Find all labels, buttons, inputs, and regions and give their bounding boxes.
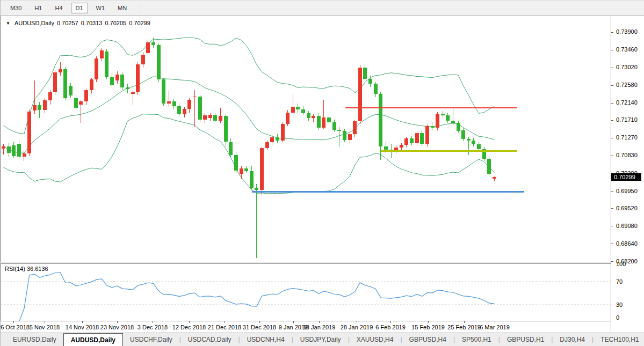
candle-body xyxy=(322,117,325,128)
date-axis-label: 5 Nov 2018 xyxy=(30,324,60,330)
date-tick xyxy=(13,321,14,323)
candle-body xyxy=(43,100,47,110)
price-axis[interactable]: 0.739000.734600.730200.725800.721400.717… xyxy=(611,16,644,332)
candle-body xyxy=(172,101,176,106)
candle-body xyxy=(79,101,83,105)
candle-body xyxy=(493,177,496,179)
candle-body xyxy=(27,112,31,153)
candle-body xyxy=(17,144,21,157)
candle-body xyxy=(229,142,233,155)
price-tick xyxy=(611,32,613,33)
rsi-axis-label: 100 xyxy=(616,261,626,267)
tab-usdjpy-daily[interactable]: USDJPY,Daily xyxy=(293,333,348,346)
timeframe-button-MN[interactable]: MN xyxy=(113,3,132,13)
candle-body xyxy=(348,134,352,140)
candle-body xyxy=(255,188,258,190)
date-tick xyxy=(117,321,118,323)
rsi-indicator-label: RSI(14) 36.6136 xyxy=(5,266,48,272)
candle-body xyxy=(296,107,300,109)
price-tick xyxy=(611,85,613,86)
candle-body xyxy=(208,115,212,118)
candle-body xyxy=(301,109,305,113)
date-tick xyxy=(464,321,465,323)
date-tick xyxy=(153,321,153,323)
candle-body xyxy=(317,116,321,128)
candle-body xyxy=(358,68,362,122)
collapse-indicator-icon[interactable]: ▼ xyxy=(6,21,10,26)
date-tick xyxy=(259,321,260,323)
tab-xauusd-h4[interactable]: XAUUSD,H4 xyxy=(350,333,401,346)
price-tick xyxy=(611,103,613,104)
tab-sp500-h1[interactable]: SP500,H1 xyxy=(455,333,498,346)
candle-body xyxy=(240,168,243,174)
date-tick xyxy=(293,321,294,323)
timeframe-button-D1[interactable]: D1 xyxy=(71,3,88,13)
price-tick xyxy=(611,208,613,209)
rsi-axis-label: 30 xyxy=(616,301,623,308)
price-axis-label: 0.70830 xyxy=(616,152,638,158)
candle-body xyxy=(337,130,341,131)
candle-body xyxy=(441,114,445,115)
chart-symbol-label: AUDUSD,Daily xyxy=(15,20,54,26)
date-tick xyxy=(45,321,45,323)
price-axis-label: 0.69080 xyxy=(616,223,638,229)
timeframe-button-H4[interactable]: H4 xyxy=(50,3,67,13)
price-tick xyxy=(611,120,613,121)
candle-body xyxy=(157,45,161,79)
price-tick xyxy=(611,244,613,244)
date-axis-label: 23 Nov 2018 xyxy=(100,324,134,330)
chart-frame: ▼ AUDUSD,Daily 0.70257 0.70313 0.70205 0… xyxy=(1,16,644,332)
tab-usdcad-daily[interactable]: USDCAD,Daily xyxy=(181,333,238,346)
tab-gbpusd-h4[interactable]: GBPUSD,H4 xyxy=(402,333,453,346)
candle-body xyxy=(193,97,197,98)
timeframe-button-H1[interactable]: H1 xyxy=(30,3,47,13)
tab-dj30-h4[interactable]: DJ30,H4 xyxy=(553,333,592,346)
candle-body xyxy=(100,50,104,58)
rsi-panel[interactable] xyxy=(1,264,611,321)
date-axis-label: 6 Feb 2019 xyxy=(375,324,406,330)
price-axis-label: 0.73460 xyxy=(616,46,638,53)
candle-body xyxy=(7,146,11,153)
timeframe-button-M30[interactable]: M30 xyxy=(5,3,26,13)
tab-audusd-daily[interactable]: AUDUSD,Daily xyxy=(63,333,123,346)
candle-body xyxy=(404,138,408,145)
price-tick xyxy=(611,226,613,226)
tab-usdchf-daily[interactable]: USDCHF,Daily xyxy=(123,333,179,346)
timeframe-button-W1[interactable]: W1 xyxy=(91,3,110,13)
candle-body xyxy=(436,114,439,128)
tab-usdcnh-h4[interactable]: USDCNH,H4 xyxy=(240,333,292,346)
price-tick xyxy=(611,191,613,192)
candle-body xyxy=(38,105,41,110)
main-chart[interactable] xyxy=(1,16,611,262)
candle-body xyxy=(363,68,367,79)
candle-body xyxy=(146,42,150,53)
price-tick xyxy=(611,261,613,262)
price-tick xyxy=(611,138,613,138)
date-tick xyxy=(390,321,391,323)
candle-body xyxy=(151,42,155,45)
bollinger-upper-band xyxy=(4,38,495,134)
price-axis-label: 0.72140 xyxy=(616,99,638,106)
current-price-badge: 0.70299 xyxy=(611,173,641,181)
candle-body xyxy=(420,133,424,144)
tab-gbpusd-h1[interactable]: GBPUSD,H1 xyxy=(500,333,551,346)
candle-body xyxy=(131,92,135,94)
candle-body xyxy=(415,133,419,143)
candle-body xyxy=(431,126,435,128)
candle-body xyxy=(353,121,357,134)
tab-eurusd-daily[interactable]: EURUSD,Daily xyxy=(6,333,63,346)
date-axis[interactable]: 26 Oct 20185 Nov 201814 Nov 201823 Nov 2… xyxy=(1,321,611,332)
ohlc-high: 0.70313 xyxy=(81,20,103,26)
candle-body xyxy=(425,126,429,144)
candle-body xyxy=(74,98,78,108)
candle-body xyxy=(136,64,140,93)
date-tick xyxy=(225,321,225,323)
candle-body xyxy=(446,115,450,121)
candle-body xyxy=(224,116,228,142)
candle-body xyxy=(23,153,26,157)
candle-body xyxy=(203,115,207,120)
candle-body xyxy=(162,79,165,104)
tab-tech100-h1[interactable]: TECH100,H1 xyxy=(594,333,644,346)
candle-body xyxy=(477,144,481,149)
date-axis-label: 28 Jan 2019 xyxy=(341,324,373,330)
